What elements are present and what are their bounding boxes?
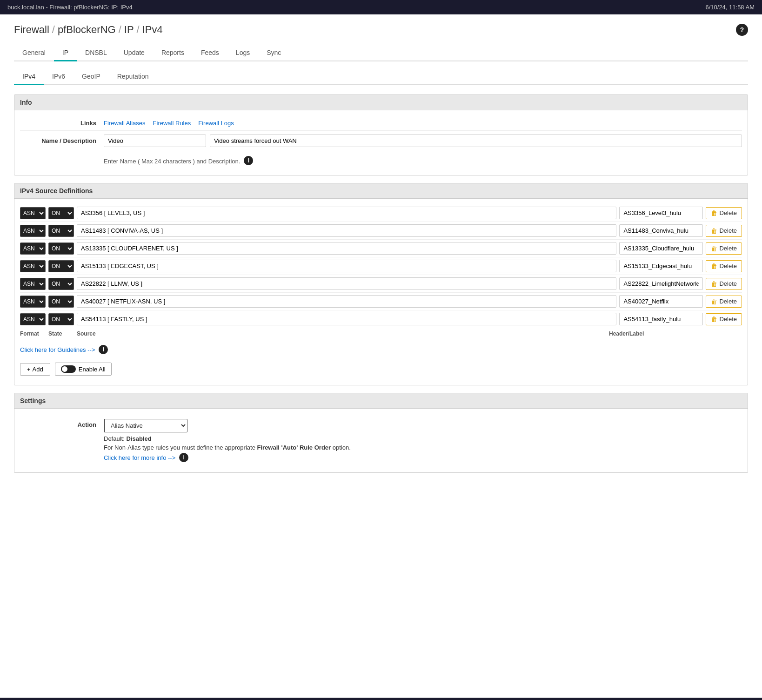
help-button[interactable]: ? — [736, 24, 748, 36]
format-select-2[interactable]: ASN IP CIDR GeoIP — [20, 242, 46, 255]
action-label: Action — [20, 419, 104, 428]
name-desc-row: Name / Description — [20, 131, 742, 151]
delete-button-4[interactable]: 🗑 Delete — [706, 278, 742, 290]
delete-button-1[interactable]: 🗑 Delete — [706, 225, 742, 237]
state-select-6[interactable]: ON OFF — [48, 313, 74, 325]
tab-geoip[interactable]: GeoIP — [74, 69, 109, 85]
hint-row: Enter Name ( Max 24 characters ) and Des… — [20, 151, 742, 169]
col-format-label: Format — [20, 330, 46, 337]
action-setting-row: Action Alias Native Deny Both Deny Inbou… — [20, 414, 742, 467]
source-row-4: ASN IP CIDR GeoIP ON OFF 🗑 Delete — [20, 275, 742, 293]
source-input-3[interactable] — [77, 260, 616, 272]
source-rows-container: ASN IP CIDR GeoIP ON OFF 🗑 Delete ASN IP… — [20, 204, 742, 328]
source-row-6: ASN IP CIDR GeoIP ON OFF 🗑 Delete — [20, 310, 742, 328]
enable-all-label: Enable All — [79, 366, 106, 373]
label-input-4[interactable] — [619, 277, 703, 290]
state-select-4[interactable]: ON OFF — [48, 278, 74, 290]
tab-ipv6[interactable]: IPv6 — [44, 69, 74, 85]
tab-feeds[interactable]: Feeds — [193, 45, 227, 61]
source-row-5: ASN IP CIDR GeoIP ON OFF 🗑 Delete — [20, 293, 742, 310]
name-desc-label: Name / Description — [20, 137, 104, 144]
firewall-rules-link[interactable]: Firewall Rules — [153, 120, 191, 127]
bottom-bar: pfSense 7.0... — [0, 698, 762, 700]
breadcrumb-firewall[interactable]: Firewall — [14, 24, 49, 36]
delete-button-0[interactable]: 🗑 Delete — [706, 207, 742, 219]
delete-label-0: Delete — [719, 209, 737, 216]
label-input-0[interactable] — [619, 207, 703, 219]
format-select-3[interactable]: ASN IP CIDR GeoIP — [20, 260, 46, 272]
firewall-logs-link[interactable]: Firewall Logs — [198, 120, 234, 127]
default-text: Default: Disabled — [104, 435, 742, 442]
firewall-aliases-link[interactable]: Firewall Aliases — [104, 120, 146, 127]
label-input-1[interactable] — [619, 224, 703, 237]
format-select-6[interactable]: ASN IP CIDR GeoIP — [20, 313, 46, 325]
trash-icon-1: 🗑 — [711, 227, 717, 235]
state-select-1[interactable]: ON OFF — [48, 225, 74, 237]
window-title: buck.local.lan - Firewall: pfBlockerNG: … — [7, 4, 133, 11]
tab-logs[interactable]: Logs — [227, 45, 258, 61]
source-row-0: ASN IP CIDR GeoIP ON OFF 🗑 Delete — [20, 204, 742, 222]
source-input-0[interactable] — [77, 207, 616, 219]
name-input[interactable] — [104, 135, 206, 147]
delete-button-6[interactable]: 🗑 Delete — [706, 313, 742, 325]
tab-update[interactable]: Update — [115, 45, 153, 61]
label-input-2[interactable] — [619, 242, 703, 255]
state-select-3[interactable]: ON OFF — [48, 260, 74, 272]
tab-ipv4[interactable]: IPv4 — [14, 69, 44, 85]
guidelines-info-icon[interactable]: i — [99, 345, 108, 354]
format-select-4[interactable]: ASN IP CIDR GeoIP — [20, 278, 46, 290]
label-input-6[interactable] — [619, 313, 703, 325]
delete-label-3: Delete — [719, 262, 737, 269]
action-content: Alias Native Deny Both Deny Inbound Deny… — [104, 419, 742, 462]
source-input-6[interactable] — [77, 313, 616, 325]
breadcrumb-ip[interactable]: IP — [124, 24, 134, 36]
state-select-0[interactable]: ON OFF — [48, 207, 74, 219]
format-select-5[interactable]: ASN IP CIDR GeoIP — [20, 296, 46, 308]
delete-button-3[interactable]: 🗑 Delete — [706, 260, 742, 272]
enable-all-button[interactable]: Enable All — [55, 363, 112, 376]
tab-sync[interactable]: Sync — [258, 45, 289, 61]
delete-button-5[interactable]: 🗑 Delete — [706, 296, 742, 308]
action-select[interactable]: Alias Native Deny Both Deny Inbound Deny… — [104, 419, 187, 432]
add-icon: + — [27, 366, 31, 373]
hint-text: Enter Name ( Max 24 characters ) and Des… — [104, 155, 240, 166]
settings-body: Action Alias Native Deny Both Deny Inbou… — [14, 409, 748, 472]
col-header-label: Header/Label — [609, 330, 702, 337]
settings-section: Settings Action Alias Native Deny Both D… — [14, 393, 748, 473]
source-input-5[interactable] — [77, 295, 616, 308]
delete-label-2: Delete — [719, 245, 737, 252]
trash-icon-2: 🗑 — [711, 245, 717, 252]
trash-icon-5: 🗑 — [711, 298, 717, 305]
source-input-1[interactable] — [77, 224, 616, 237]
state-select-5[interactable]: ON OFF — [48, 296, 74, 308]
label-input-5[interactable] — [619, 295, 703, 308]
delete-button-2[interactable]: 🗑 Delete — [706, 242, 742, 255]
label-input-3[interactable] — [619, 260, 703, 272]
source-input-2[interactable] — [77, 242, 616, 255]
trash-icon-6: 🗑 — [711, 316, 717, 323]
source-row-2: ASN IP CIDR GeoIP ON OFF 🗑 Delete — [20, 240, 742, 257]
ipv4-sources-header: IPv4 Source Definitions — [14, 183, 748, 199]
more-info-link[interactable]: Click here for more info --> — [104, 454, 175, 461]
add-button[interactable]: + Add — [20, 363, 50, 376]
tab-dnsbl[interactable]: DNSBL — [77, 45, 115, 61]
breadcrumb-ipv4: IPv4 — [142, 24, 163, 36]
toggle-indicator — [61, 365, 76, 373]
ipv4-sources-body: ASN IP CIDR GeoIP ON OFF 🗑 Delete ASN IP… — [14, 199, 748, 385]
state-select-2[interactable]: ON OFF — [48, 242, 74, 255]
more-info-icon[interactable]: i — [179, 453, 188, 462]
tab-reports[interactable]: Reports — [153, 45, 193, 61]
col-labels: Format State Source Header/Label — [20, 328, 742, 338]
guidelines-link[interactable]: Click here for Guidelines --> — [20, 346, 95, 353]
tab-reputation[interactable]: Reputation — [109, 69, 157, 85]
format-select-1[interactable]: ASN IP CIDR GeoIP — [20, 225, 46, 237]
tab-general[interactable]: General — [14, 45, 54, 61]
desc-input[interactable] — [210, 135, 742, 147]
settings-header: Settings — [14, 393, 748, 409]
breadcrumb-pfblockerng[interactable]: pfBlockerNG — [58, 24, 116, 36]
breadcrumb-text: Firewall / pfBlockerNG / IP / IPv4 — [14, 24, 163, 36]
format-select-0[interactable]: ASN IP CIDR GeoIP — [20, 207, 46, 219]
hint-info-icon[interactable]: i — [244, 156, 253, 165]
tab-ip[interactable]: IP — [54, 45, 77, 61]
source-input-4[interactable] — [77, 277, 616, 290]
